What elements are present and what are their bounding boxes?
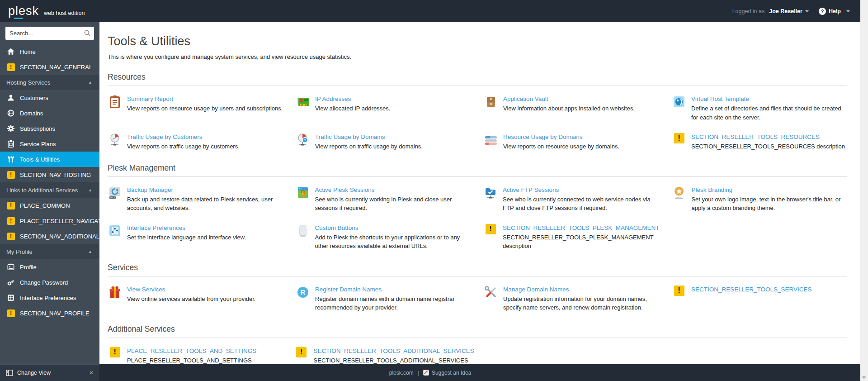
sidebar-item-label: Home — [20, 48, 36, 55]
tool-description: Define a set of directories and files th… — [691, 104, 847, 122]
tool-text: SECTION_RESELLER_TOOLS_ADDITIONAL_SERVIC… — [314, 347, 474, 365]
tools-icon — [6, 155, 15, 164]
sidebar-item-label: Profile — [20, 264, 37, 271]
warning-icon: ! — [6, 232, 15, 241]
tool-text: Resource Usage by DomainsView reports on… — [503, 133, 619, 151]
tool-link-manage-domain-names[interactable]: Manage Domain Names — [503, 286, 569, 293]
tool-link-traffic-usage-by-domains[interactable]: Traffic Usage by Domains — [315, 133, 385, 140]
profile-icon — [6, 262, 15, 271]
page-subtitle: This is where you configure and manage s… — [108, 53, 847, 60]
sidebar-group-links-to-additional-services[interactable]: Links to Additional Services▲ — [0, 182, 99, 198]
warning-icon: ! — [483, 224, 498, 238]
chevron-down-icon — [805, 10, 809, 12]
tool-link-view-services[interactable]: View Services — [127, 286, 165, 293]
virtual-host-template-icon — [672, 95, 686, 109]
sidebar-item-section-nav-profile[interactable]: !SECTION_NAV_PROFILE — [0, 305, 99, 321]
tool-description: View reports on resource usage by users … — [127, 104, 283, 113]
sidebar-item-section-nav-general[interactable]: !SECTION_NAV_GENERAL — [0, 59, 99, 75]
sidebar-item-profile[interactable]: Profile — [0, 259, 99, 275]
tool-link-active-ftp-sessions[interactable]: Active FTP Sessions — [503, 186, 559, 193]
sidebar-item-subscriptions[interactable]: Subscriptions — [0, 121, 99, 136]
sidebar-item-place-common[interactable]: !PLACE_COMMON — [0, 198, 99, 213]
tool-text: Application VaultView information about … — [503, 95, 635, 113]
user-name: Joe Reseller — [769, 8, 802, 14]
tool-text: Virtual Host TemplateDefine a set of dir… — [691, 95, 847, 122]
search-input[interactable] — [5, 27, 94, 40]
tool-link-section-reseller-tools-plesk-management[interactable]: SECTION_RESELLER_TOOLS_PLESK_MANAGEMENT — [503, 224, 659, 231]
sidebar-group-label: Links to Additional Services — [6, 187, 78, 194]
page-title: Tools & Utilities — [108, 34, 847, 48]
resource-usage-domains-icon — [484, 133, 498, 147]
tool-description: View reports on traffic usage by domains… — [315, 142, 423, 151]
tool-link-virtual-host-template[interactable]: Virtual Host Template — [691, 95, 749, 102]
tool-link-interface-preferences[interactable]: Interface Preferences — [127, 224, 185, 231]
tool-item-active-plesk-sessions: Active Plesk SessionsSee who is currentl… — [296, 186, 471, 213]
tool-item-register-domain-names: RRegister Domain NamesRegister domain na… — [296, 285, 471, 312]
sections-container: ResourcesSummary ReportView reports on r… — [108, 72, 847, 364]
tool-description: Set the interface language and interface… — [127, 233, 246, 242]
tool-item-section-reseller-tools-services: !SECTION_RESELLER_TOOLS_SERVICES — [672, 285, 847, 312]
tool-link-backup-manager[interactable]: Backup Manager — [127, 186, 173, 193]
sidebar-item-section-nav-additional[interactable]: !SECTION_NAV_ADDITIONAL — [0, 229, 99, 244]
plesk-com-link[interactable]: plesk.com — [389, 370, 414, 376]
tool-link-ip-addresses[interactable]: IP Addresses — [315, 95, 351, 102]
sidebar-item-label: SECTION_NAV_GENERAL — [20, 64, 92, 71]
suggest-an-idea-link[interactable]: Suggest an Idea — [423, 370, 471, 376]
collapse-arrow-icon: ▲ — [88, 188, 92, 192]
warning-icon: ! — [6, 309, 15, 318]
tool-text: Summary ReportView reports on resource u… — [127, 95, 283, 113]
help-icon: ? — [819, 8, 826, 15]
tool-link-application-vault[interactable]: Application Vault — [503, 95, 548, 102]
tool-description: SECTION_RESELLER_TOOLS_RESOURCES descrip… — [691, 142, 845, 151]
tool-link-traffic-usage-by-customers[interactable]: Traffic Usage by Customers — [127, 133, 203, 140]
sidebar-group-my-profile[interactable]: My Profile▲ — [0, 244, 99, 259]
sidebar-item-service-plans[interactable]: Service Plans — [0, 136, 99, 152]
user-dropdown[interactable]: Joe Reseller — [769, 8, 809, 14]
edition-label: web host edition — [44, 10, 85, 16]
tool-text: Active FTP SessionsSee who is currently … — [503, 186, 659, 213]
warning-icon: ! — [672, 285, 686, 300]
sidebar-group-hosting-services[interactable]: Hosting Services▲ — [0, 75, 99, 90]
tool-link-active-plesk-sessions[interactable]: Active Plesk Sessions — [315, 186, 375, 193]
sidebar-item-section-nav-hosting[interactable]: !SECTION_NAV_HOSTING — [0, 167, 99, 182]
vertical-scrollbar[interactable] — [860, 0, 868, 381]
view-services-icon — [108, 285, 122, 300]
tool-link-custom-buttons[interactable]: Custom Buttons — [315, 224, 359, 231]
help-dropdown[interactable]: ? Help — [819, 8, 850, 15]
sidebar-group-label: Hosting Services — [6, 79, 51, 86]
search-icon[interactable] — [84, 29, 91, 37]
customers-icon — [6, 93, 15, 102]
section-grid-plesk-management: Backup ManagerBack up and restore data r… — [108, 186, 847, 251]
traffic-usage-domains-icon — [296, 133, 310, 147]
plesk-logo[interactable]: plesk web host edition — [8, 5, 85, 17]
sidebar-item-label: Service Plans — [20, 141, 56, 148]
footer-bar: Change View ✕ plesk.com | Suggest an Ide… — [0, 364, 868, 381]
tool-link-place-reseller-tools-and-settings[interactable]: PLACE_RESELLER_TOOLS_AND_SETTINGS — [127, 348, 256, 354]
tool-text: Register Domain NamesRegister domain nam… — [315, 285, 471, 312]
traffic-usage-customers-icon — [108, 133, 122, 147]
tool-link-resource-usage-by-domains[interactable]: Resource Usage by Domains — [503, 133, 583, 140]
tool-description: SECTION_RESELLER_TOOLS_ADDITIONAL_SERVIC… — [314, 356, 474, 365]
tool-item-manage-domain-names: Manage Domain NamesUpdate registration i… — [484, 285, 659, 312]
sidebar-item-change-password[interactable]: Change Password — [0, 275, 99, 290]
tool-link-plesk-branding[interactable]: Plesk Branding — [691, 186, 732, 193]
tool-description: View reports on resource usage by domain… — [503, 142, 619, 151]
section-title-additional-services: Additional Services — [108, 324, 847, 338]
sidebar-item-place-reseller-navigation[interactable]: !PLACE_RESELLER_NAVIGATION — [0, 213, 99, 229]
sidebar: Home!SECTION_NAV_GENERALHosting Services… — [0, 22, 99, 364]
tool-link-summary-report[interactable]: Summary Report — [127, 95, 173, 102]
search-box — [5, 27, 94, 40]
tool-link-section-reseller-tools-additional-services[interactable]: SECTION_RESELLER_TOOLS_ADDITIONAL_SERVIC… — [314, 348, 474, 354]
tool-item-custom-buttons: Custom ButtonsAdd to Plesk the shortcuts… — [296, 224, 471, 251]
tool-link-register-domain-names[interactable]: Register Domain Names — [315, 286, 382, 293]
tool-item-resource-usage-by-domains: Resource Usage by DomainsView reports on… — [484, 133, 659, 151]
sidebar-item-interface-preferences[interactable]: Interface Preferences — [0, 290, 99, 305]
section-grid-additional-services: !PLACE_RESELLER_TOOLS_AND_SETTINGSPLACE_… — [108, 347, 847, 365]
application-vault-icon — [484, 95, 498, 109]
sidebar-item-customers[interactable]: Customers — [0, 90, 99, 105]
tool-link-section-reseller-tools-resources[interactable]: SECTION_RESELLER_TOOLS_RESOURCES — [691, 133, 820, 140]
sidebar-item-domains[interactable]: Domains — [0, 105, 99, 121]
tool-link-section-reseller-tools-services[interactable]: SECTION_RESELLER_TOOLS_SERVICES — [691, 286, 812, 293]
sidebar-item-tools-utilities[interactable]: Tools & Utilities — [0, 152, 99, 167]
sidebar-item-home[interactable]: Home — [0, 44, 99, 59]
